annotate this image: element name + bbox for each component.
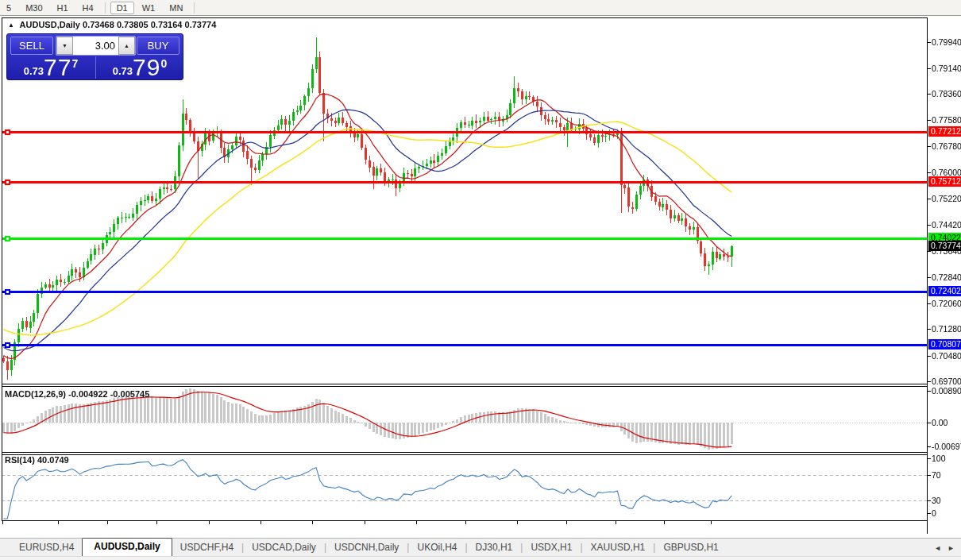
toolbar-separator — [105, 2, 106, 14]
ohlc-low: 0.73164 — [151, 20, 183, 29]
tab-ukoil-h4[interactable]: UKOil,H4 — [409, 539, 465, 556]
price-axis-tick: 0.76780 — [932, 141, 961, 151]
price-axis-tick: 0.77580 — [932, 115, 961, 125]
volume-input[interactable] — [73, 37, 118, 55]
sell-button[interactable]: SELL — [10, 37, 53, 55]
volume-stepper: ▼ ▲ — [56, 36, 136, 56]
tab-audusd-daily[interactable]: AUDUSD,Daily — [82, 538, 172, 556]
timeframe-button-h4[interactable]: H4 — [76, 2, 100, 14]
rsi-indicator-label: RSI(14) 40.0749 — [5, 455, 69, 465]
buy-price-point: 0 — [160, 57, 167, 70]
bottom-scroll-strip[interactable] — [0, 556, 961, 560]
rsi-value: 40.0749 — [37, 455, 69, 465]
timeframe-button-d1[interactable]: D1 — [110, 2, 134, 14]
tab-usdcad-daily[interactable]: USDCAD,Daily — [244, 539, 324, 556]
trading-terminal-window: 5M30H1H4D1W1MN ▲ AUDUSD,Daily 0.73468 0.… — [0, 0, 961, 560]
tab-dj30-h1[interactable]: DJ30,H1 — [468, 539, 521, 556]
chart-symbol-label: AUDUSD,Daily — [20, 20, 80, 29]
chart-marker-icon: ▲ — [8, 21, 14, 29]
volume-decrease-button[interactable]: ▼ — [56, 37, 73, 55]
toolbar-separator — [194, 2, 195, 14]
rsi-name: RSI(14) — [5, 455, 35, 465]
ohlc-high: 0.73805 — [117, 20, 149, 29]
timeframe-button-h1[interactable]: H1 — [51, 2, 75, 14]
buy-price-base: 0.73 — [113, 65, 133, 77]
hline-price-label: 0.77212 — [928, 126, 961, 137]
buy-button[interactable]: BUY — [137, 37, 179, 55]
rsi-axis-tick: 30 — [932, 496, 941, 505]
tab-usdx-h1[interactable]: USDX,H1 — [523, 539, 580, 556]
macd-axis-tick: -0.006977 — [932, 442, 961, 451]
rsi-axis-tick: 70 — [932, 470, 941, 480]
rsi-axis-tick: 100 — [932, 454, 946, 463]
sell-price-base: 0.73 — [24, 65, 44, 77]
price-axis-tick: 0.69700 — [932, 377, 961, 386]
ohlc-close: 0.73774 — [185, 20, 217, 29]
price-axis-tick: 0.71280 — [932, 324, 961, 334]
timeframe-button-m30[interactable]: M30 — [19, 2, 48, 14]
macd-axis-tick: 0.00 — [932, 418, 947, 427]
volume-increase-button[interactable]: ▲ — [118, 37, 135, 55]
ohlc-open: 0.73468 — [83, 20, 114, 29]
timeframe-button-5[interactable]: 5 — [0, 2, 17, 14]
price-axis-tick: 0.79140 — [932, 64, 961, 73]
price-axis-tick: 0.72060 — [932, 299, 961, 308]
chart-title: ▲ AUDUSD,Daily 0.73468 0.73805 0.73164 0… — [8, 20, 216, 29]
macd-indicator-label: MACD(12,26,9) -0.004922 -0.005745 — [5, 389, 149, 399]
macd-axis-tick: 0.008903 — [932, 386, 961, 396]
sell-price-point: 7 — [71, 57, 78, 70]
price-axis-tick: 0.78360 — [932, 89, 961, 98]
timeframe-toolbar: 5M30H1H4D1W1MN — [0, 0, 961, 16]
chart-tab-bar: EURUSD,H4AUDUSD,DailyUSDCHF,H4|USDCAD,Da… — [0, 538, 961, 556]
macd-value-main: -0.004922 — [68, 389, 108, 399]
price-axis-tick: 0.74420 — [932, 220, 961, 230]
tab-gbpusd-h1[interactable]: GBPUSD,H1 — [655, 539, 726, 556]
rsi-axis-tick: 0 — [932, 508, 936, 518]
hline-price-label: 0.75712 — [928, 176, 961, 187]
timeframe-button-mn[interactable]: MN — [163, 2, 189, 14]
tab-usdchf-h4[interactable]: USDCHF,H4 — [172, 539, 241, 556]
macd-name: MACD(12,26,9) — [5, 389, 66, 399]
macd-value-signal: -0.005745 — [110, 389, 150, 399]
tab-usdcnh-daily[interactable]: USDCNH,Daily — [326, 539, 407, 556]
price-axis-tick: 0.79940 — [932, 37, 961, 47]
tabs-scroll-left-icon[interactable]: ◄ — [934, 544, 941, 552]
one-click-trade-panel: SELL ▼ ▲ BUY 0.73 77 7 0.73 79 0 — [6, 33, 183, 80]
sell-price-pips: 77 — [44, 56, 71, 79]
sell-price-display[interactable]: 0.73 77 7 — [7, 56, 95, 79]
tabs-scroll-right-icon[interactable]: ► — [947, 544, 955, 552]
current-price-label: 0.73774 — [928, 241, 961, 251]
buy-price-pips: 79 — [133, 56, 160, 79]
tab-eurusd-h4[interactable]: EURUSD,H4 — [11, 539, 82, 556]
hline-price-label: 0.72402 — [928, 286, 961, 296]
tab-xauusd-h1[interactable]: XAUUSD,H1 — [583, 539, 654, 556]
price-axis-tick: 0.70480 — [932, 351, 961, 361]
hline-price-label: 0.70807 — [928, 339, 961, 350]
price-axis-tick: 0.75220 — [932, 194, 961, 203]
price-chart-canvas[interactable] — [0, 0, 961, 560]
price-axis-tick: 0.72840 — [932, 272, 961, 282]
timeframe-button-w1[interactable]: W1 — [136, 2, 162, 14]
buy-price-display[interactable]: 0.73 79 0 — [96, 56, 183, 79]
